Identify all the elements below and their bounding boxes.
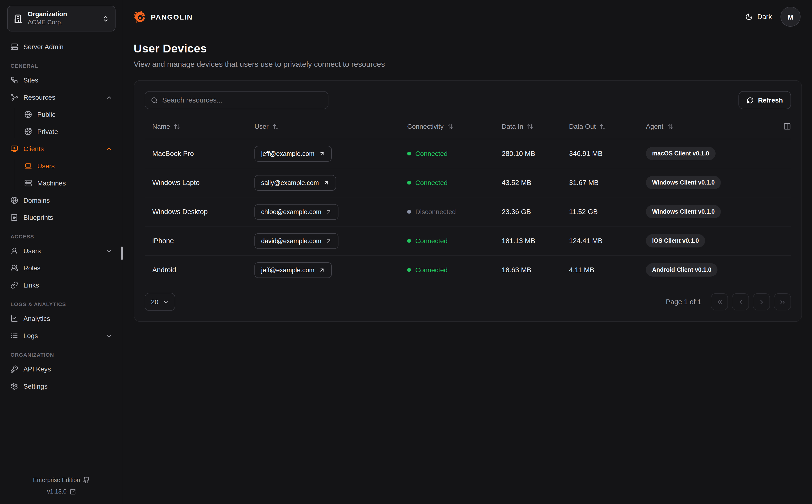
sidebar-item-sites[interactable]: Sites [7, 73, 115, 87]
laptop-icon [24, 162, 32, 170]
app-root: Organization ACME Corp. Server Admin GEN… [0, 0, 812, 504]
org-switcher[interactable]: Organization ACME Corp. [7, 6, 115, 31]
chevron-up-icon [105, 145, 113, 152]
data-out-value: 124.41 MB [561, 237, 638, 245]
column-header-user[interactable]: User [247, 123, 400, 130]
sidebar-item-machines[interactable]: Machines [21, 176, 115, 190]
search-input[interactable] [162, 96, 322, 104]
data-in-value: 23.36 GB [494, 208, 561, 216]
server-icon [10, 43, 18, 51]
device-name: MacBook Pro [145, 150, 247, 157]
agent-badge: iOS Client v0.1.0 [646, 234, 705, 247]
avatar[interactable]: M [781, 7, 801, 27]
user-link-button[interactable]: sally@example.com [255, 175, 336, 190]
prev-page-button[interactable] [732, 293, 749, 310]
column-header-name[interactable]: Name [145, 123, 247, 130]
data-out-value: 346.91 MB [561, 150, 638, 157]
sidebar-item-logs[interactable]: Logs [7, 329, 115, 342]
devices-table: Name User Connectivity Data In Data Out … [145, 114, 791, 284]
chevrons-up-down-icon [102, 15, 109, 22]
column-header-agent[interactable]: Agent [638, 123, 780, 130]
data-in-value: 18.63 MB [494, 266, 561, 274]
sidebar-item-client-users[interactable]: Users [21, 159, 115, 173]
sidebar-item-analytics[interactable]: Analytics [7, 312, 115, 325]
globe-icon [24, 111, 32, 118]
waypoints-icon [10, 93, 18, 101]
first-page-button[interactable] [711, 293, 728, 310]
status-dot [407, 210, 411, 214]
sidebar-item-resources[interactable]: Resources [7, 91, 115, 104]
edition-label: Enterprise Edition [33, 477, 80, 483]
brand-name: PANGOLIN [151, 13, 192, 21]
org-switcher-value: ACME Corp. [28, 19, 97, 27]
last-page-button[interactable] [774, 293, 791, 310]
user-link-button[interactable]: david@example.com [255, 233, 339, 249]
data-out-value: 11.52 GB [561, 208, 638, 216]
page-header: User Devices View and manage devices tha… [123, 33, 812, 69]
agent-badge: Android Client v0.1.0 [646, 263, 718, 277]
device-name: Android [145, 266, 247, 274]
refresh-button[interactable]: Refresh [739, 91, 791, 109]
key-icon [10, 365, 18, 373]
chart-line-icon [10, 315, 18, 322]
sidebar-item-private[interactable]: Private [21, 125, 115, 138]
main-area: PANGOLIN Dark M User Devices View and ma… [123, 0, 812, 504]
section-heading-access: ACCESS [10, 234, 115, 239]
next-page-button[interactable] [753, 293, 770, 310]
column-visibility-button[interactable] [780, 123, 791, 130]
sidebar-item-api-keys[interactable]: API Keys [7, 362, 115, 376]
device-name: iPhone [145, 237, 247, 245]
sidebar-nav: Server Admin GENERAL Sites Resources Pub… [0, 31, 123, 474]
status-dot [407, 152, 411, 155]
column-header-data-in[interactable]: Data In [494, 123, 561, 130]
chevron-left-icon [737, 298, 744, 305]
globe-icon [10, 196, 18, 204]
sidebar-item-clients[interactable]: Clients [7, 142, 115, 155]
gear-icon [10, 382, 18, 390]
user-link-button[interactable]: jeff@example.com [255, 262, 332, 278]
columns-icon [783, 123, 791, 130]
sidebar-item-users[interactable]: Users [7, 244, 115, 257]
arrow-up-right-icon [326, 238, 332, 244]
sidebar-item-links[interactable]: Links [7, 278, 115, 292]
brand-logo[interactable]: PANGOLIN [134, 10, 192, 23]
data-in-value: 43.52 MB [494, 179, 561, 186]
server-icon [24, 179, 32, 187]
pangolin-logo-icon [134, 10, 146, 23]
column-header-connectivity[interactable]: Connectivity [400, 123, 494, 130]
page-subtitle: View and manage devices that users use t… [134, 60, 801, 69]
sidebar-item-label: API Keys [23, 365, 51, 373]
sidebar-item-roles[interactable]: Roles [7, 261, 115, 275]
data-in-value: 181.13 MB [494, 237, 561, 245]
page-size-select[interactable]: 20 [145, 293, 175, 311]
user-link-button[interactable]: chloe@example.com [255, 204, 339, 220]
sidebar-item-label: Public [37, 111, 55, 118]
sidebar-item-server-admin[interactable]: Server Admin [7, 40, 115, 53]
sidebar-item-blueprints[interactable]: Blueprints [7, 211, 115, 224]
workflow-icon [10, 76, 18, 84]
arrow-up-right-icon [319, 150, 325, 157]
chevron-up-icon [105, 94, 113, 101]
connectivity-status: Connected [407, 266, 447, 274]
chevron-down-icon [163, 299, 169, 305]
theme-toggle[interactable]: Dark [745, 13, 772, 21]
sidebar-scrollbar[interactable] [121, 247, 123, 260]
user-link-button[interactable]: jeff@example.com [255, 146, 332, 161]
sidebar-item-domains[interactable]: Domains [7, 194, 115, 207]
sidebar-item-label: Roles [23, 264, 41, 272]
sidebar-item-settings[interactable]: Settings [7, 380, 115, 393]
sidebar-item-public[interactable]: Public [21, 108, 115, 121]
column-header-data-out[interactable]: Data Out [561, 123, 638, 130]
search-icon [151, 97, 158, 104]
device-name: Windows Lapto [145, 179, 247, 186]
sidebar-item-label: Users [37, 162, 55, 170]
user-icon [10, 247, 18, 255]
link-icon [10, 281, 18, 289]
external-link-icon [69, 489, 76, 495]
avatar-initial: M [788, 13, 794, 21]
version-link[interactable]: v1.13.0 [0, 486, 123, 497]
edition-link[interactable]: Enterprise Edition [0, 474, 123, 486]
table-row: Windows Lapto sally@example.com Connecte… [145, 168, 791, 197]
sidebar-item-label: Blueprints [23, 214, 53, 221]
clients-children: Users Machines [14, 159, 115, 190]
